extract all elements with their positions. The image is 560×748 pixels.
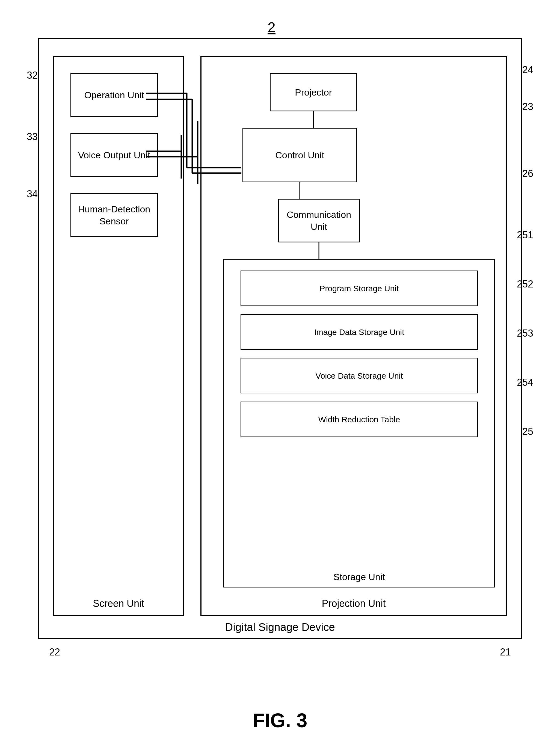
ref-22: 22 [49, 647, 60, 658]
ref-252: 252 [517, 278, 533, 290]
ref-26: 26 [522, 168, 533, 179]
operation-unit-box: Operation Unit [70, 73, 158, 117]
projection-unit-box: Projection Unit Projector Control Unit C… [201, 56, 507, 616]
communication-unit-box: Communication Unit [278, 199, 360, 242]
screen-unit-box: Screen Unit Operation Unit Voice Output … [53, 56, 184, 616]
ref-34: 34 [27, 188, 38, 200]
control-unit-box: Control Unit [242, 128, 357, 182]
voice-output-unit-label: Voice Output Unit [78, 149, 150, 161]
ref-23: 23 [522, 101, 533, 113]
screen-unit-label: Screen Unit [93, 598, 144, 609]
program-storage-box: Program Storage Unit [240, 271, 478, 306]
ref-251: 251 [517, 229, 533, 241]
ref-33: 33 [27, 131, 38, 142]
storage-outer-label: Storage Unit [333, 571, 385, 582]
voice-data-storage-box: Voice Data Storage Unit [240, 358, 478, 393]
ref-25: 25 [522, 426, 533, 437]
human-detection-unit-box: Human-Detection Sensor [70, 193, 158, 237]
projector-unit-box: Projector [270, 73, 357, 111]
outer-device-box: Screen Unit Operation Unit Voice Output … [38, 38, 522, 639]
projector-label: Projector [295, 86, 332, 98]
image-data-storage-box: Image Data Storage Unit [240, 314, 478, 350]
communication-unit-label: Communication Unit [279, 209, 359, 233]
image-data-storage-label: Image Data Storage Unit [314, 327, 404, 337]
diagram-container: 2 Screen Unit Operation Unit Voice Outpu… [22, 16, 538, 666]
projection-unit-label: Projection Unit [322, 598, 386, 609]
width-reduction-table-box: Width Reduction Table [240, 402, 478, 437]
figure-caption: FIG. 3 [253, 709, 307, 732]
operation-unit-label: Operation Unit [84, 89, 144, 101]
storage-outer-box: Storage Unit Program Storage Unit Image … [223, 259, 495, 587]
voice-data-storage-label: Voice Data Storage Unit [316, 371, 403, 381]
ref-21: 21 [500, 647, 511, 658]
voice-output-unit-box: Voice Output Unit [70, 133, 158, 177]
ref-32: 32 [27, 70, 38, 81]
human-detection-label: Human-Detection Sensor [71, 203, 157, 227]
program-storage-label: Program Storage Unit [320, 283, 399, 294]
width-reduction-label: Width Reduction Table [318, 414, 400, 425]
control-unit-label: Control Unit [275, 149, 324, 161]
diagram-title: 2 [267, 19, 276, 36]
ref-253: 253 [517, 328, 533, 339]
ref-24: 24 [522, 64, 533, 76]
ref-254: 254 [517, 377, 533, 388]
digital-signage-label: Digital Signage Device [22, 621, 538, 633]
